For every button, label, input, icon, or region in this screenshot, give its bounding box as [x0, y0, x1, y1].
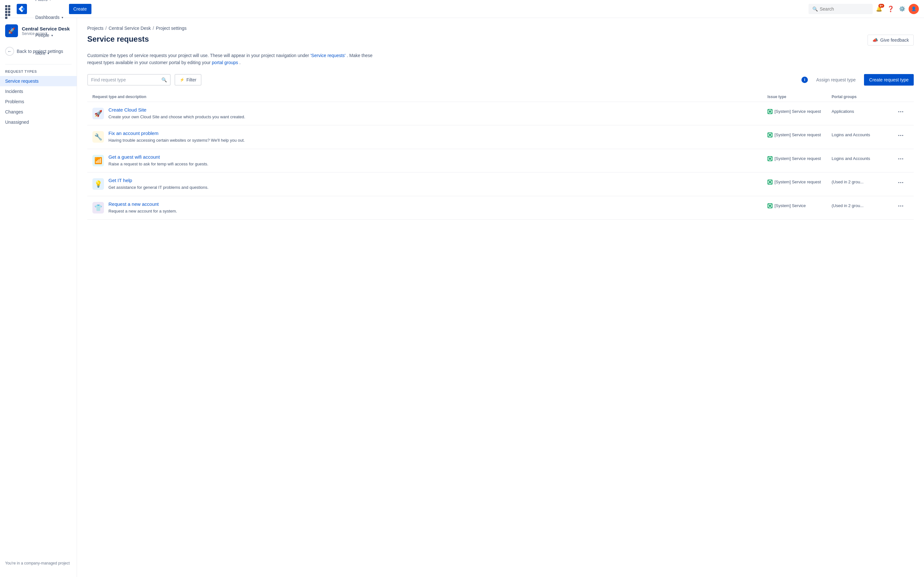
row-more-button-0[interactable]: ···: [896, 107, 906, 117]
issue-type-text-3: [System] Service request: [774, 179, 821, 185]
issue-type-text-1: [System] Service request: [774, 132, 821, 138]
page-title: Service requests: [87, 35, 149, 44]
request-types-table: Request type and description Issue type …: [87, 92, 914, 220]
table-row: 👕 Request a new account Request a new ac…: [87, 196, 914, 220]
nav-label-people: People: [35, 33, 49, 38]
issue-type-icon-2: [767, 156, 772, 161]
help-button[interactable]: ❓: [885, 4, 896, 14]
request-type-name-4[interactable]: Request a new account: [108, 201, 177, 207]
col-header-issue: Issue type: [767, 95, 832, 99]
portal-groups-cell-1: Logins and Accounts: [832, 131, 896, 137]
create-request-type-button[interactable]: Create request type: [864, 74, 914, 85]
breadcrumb-central[interactable]: Central Service Desk: [108, 26, 151, 31]
sidebar-item-unassigned[interactable]: Unassigned: [0, 117, 77, 127]
notification-badge: 9+: [879, 4, 884, 8]
sidebar-item-problems[interactable]: Problems: [0, 97, 77, 107]
request-type-desc-3: Get assistance for general IT problems a…: [108, 184, 208, 191]
issue-type-icon-0: [767, 109, 772, 114]
request-type-icon-2: 📶: [92, 155, 104, 166]
request-type-cell-0: 🚀 Create Cloud Site Create your own Clou…: [92, 107, 767, 120]
project-icon: 🚀: [5, 24, 18, 37]
issue-type-icon-1: [767, 132, 772, 137]
breadcrumb-sep-2: /: [153, 26, 154, 31]
filter-icon: ⚡: [180, 77, 184, 82]
issue-type-text-2: [System] Service request: [774, 155, 821, 162]
page-description: Customize the types of service requests …: [87, 52, 376, 66]
sidebar-item-incidents[interactable]: Incidents: [0, 86, 77, 97]
assign-request-type-button[interactable]: Assign request type: [812, 74, 860, 85]
nav-chevron-people: ▾: [51, 34, 53, 37]
request-type-name-2[interactable]: Get a guest wifi account: [108, 154, 208, 160]
breadcrumb-settings[interactable]: Project settings: [156, 26, 187, 31]
issue-type-cell-3: [System] Service request: [767, 177, 832, 185]
portal-groups-link[interactable]: portal groups: [212, 60, 238, 65]
sidebar: 🚀 Central Service Desk Service project ←…: [0, 18, 77, 577]
request-type-name-3[interactable]: Get IT help: [108, 177, 208, 183]
row-more-button-2[interactable]: ···: [896, 154, 906, 164]
request-type-icon-0: 🚀: [92, 108, 104, 119]
search-box[interactable]: 🔍: [809, 4, 873, 14]
breadcrumb-projects[interactable]: Projects: [87, 26, 103, 31]
svg-rect-0: [17, 4, 27, 14]
row-more-button-1[interactable]: ···: [896, 131, 906, 141]
help-icon: ❓: [887, 5, 894, 13]
sidebar-item-service-requests[interactable]: Service requests: [0, 76, 77, 86]
settings-button[interactable]: ⚙️: [897, 4, 907, 14]
request-type-cell-4: 👕 Request a new account Request a new ac…: [92, 201, 767, 214]
issue-type-text-0: [System] Service request: [774, 108, 821, 115]
issue-type-cell-4: [System] Service: [767, 201, 832, 209]
nav-item-people[interactable]: People▾: [32, 27, 66, 45]
app-switcher[interactable]: [5, 5, 13, 13]
nav-items: Your work▾Projects▾Filters▾Dashboards▾Pe…: [32, 0, 66, 63]
request-type-icon-1: 🔧: [92, 131, 104, 143]
nav-item-more[interactable]: More▾: [32, 45, 66, 63]
nav-item-dashboards[interactable]: Dashboards▾: [32, 9, 66, 27]
search-icon: 🔍: [813, 6, 818, 11]
nav-label-more: More: [35, 51, 45, 56]
filter-label: Filter: [186, 77, 196, 82]
feedback-button[interactable]: 📣 Give feedback: [867, 35, 914, 45]
page-header: Service requests 📣 Give feedback: [87, 35, 914, 45]
row-more-button-4[interactable]: ···: [896, 201, 906, 211]
service-requests-link[interactable]: 'Service requests': [310, 53, 346, 58]
table-body: 🚀 Create Cloud Site Create your own Clou…: [87, 102, 914, 220]
avatar-initials: 👤: [911, 6, 916, 11]
info-icon[interactable]: i: [801, 77, 808, 83]
find-request-input[interactable]: [91, 77, 159, 82]
issue-type-icon-4: [767, 203, 772, 208]
user-avatar[interactable]: 👤: [909, 4, 919, 14]
search-icon: 🔍: [162, 77, 167, 82]
nav-item-filters[interactable]: Filters▾: [32, 0, 66, 9]
request-types-section-label: REQUEST TYPES: [0, 69, 77, 76]
back-icon: ←: [5, 47, 14, 56]
request-type-name-0[interactable]: Create Cloud Site: [108, 107, 245, 113]
table-row: 🚀 Create Cloud Site Create your own Clou…: [87, 102, 914, 126]
page-layout: 🚀 Central Service Desk Service project ←…: [0, 18, 924, 577]
row-more-button-3[interactable]: ···: [896, 177, 906, 188]
issue-type-cell-0: [System] Service request: [767, 107, 832, 115]
nav-label-dashboards: Dashboards: [35, 15, 60, 20]
find-request-search[interactable]: 🔍: [87, 74, 171, 85]
nav-chevron-dashboards: ▾: [61, 16, 63, 19]
notifications-button[interactable]: 🔔 9+: [874, 4, 884, 14]
table-header: Request type and description Issue type …: [87, 92, 914, 102]
portal-groups-cell-0: Applications: [832, 107, 896, 114]
toolbar: 🔍 ⚡ Filter i Assign request type Create …: [87, 74, 914, 85]
filter-button[interactable]: ⚡ Filter: [174, 74, 202, 85]
sidebar-nav: Service requestsIncidentsProblemsChanges…: [0, 76, 77, 127]
request-type-icon-3: 💡: [92, 178, 104, 190]
col-header-portal: Portal groups: [832, 95, 896, 99]
create-button[interactable]: Create: [69, 4, 91, 14]
feedback-label: Give feedback: [880, 37, 909, 43]
sidebar-item-changes[interactable]: Changes: [0, 107, 77, 117]
jira-logo[interactable]: [17, 4, 27, 14]
portal-groups-cell-3: (Used in 2 grou...: [832, 177, 896, 184]
nav-chevron-more: ▾: [47, 52, 49, 55]
breadcrumb-sep-1: /: [105, 26, 107, 31]
top-navigation: Your work▾Projects▾Filters▾Dashboards▾Pe…: [0, 0, 924, 18]
table-row: 📶 Get a guest wifi account Raise a reque…: [87, 149, 914, 173]
search-input[interactable]: [820, 6, 865, 11]
portal-groups-cell-2: Logins and Accounts: [832, 154, 896, 161]
sidebar-divider: [5, 64, 71, 64]
request-type-name-1[interactable]: Fix an account problem: [108, 131, 245, 136]
